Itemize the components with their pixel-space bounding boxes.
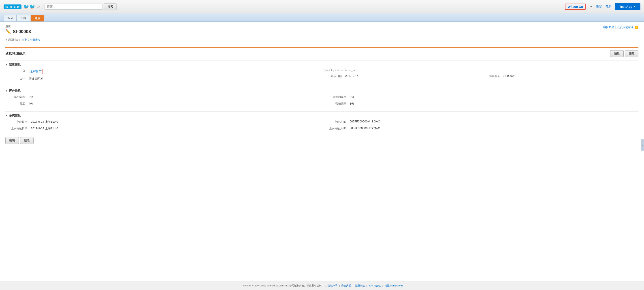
user-dropdown-arrow-icon[interactable]: ▼ — [590, 5, 592, 8]
marketing-mgmt-field-row: 营销管理 3分 — [322, 100, 639, 107]
version-badge: 17 — [37, 5, 40, 8]
modified-by-field-row: 上次修改人 ID 0057F000000HmirQAC — [322, 125, 639, 132]
system-info-subsection: ▼ 系统信息 创建日期 2017-9-14 上午11:40 上次修改日期 201… — [5, 112, 638, 135]
side-handle[interactable]: › — [641, 140, 644, 150]
collapse-triangle-system-icon: ▼ — [5, 114, 8, 117]
staff-label: 员工 — [7, 102, 25, 106]
rating-left-fields: 陈列管理 3分 员工 4分 — [5, 94, 322, 107]
xundian-left-fields: 门店 永辉超市 备注 店铺管理差 — [5, 67, 322, 82]
help-link[interactable]: 帮助 — [606, 5, 611, 9]
display-mgmt-label: 陈列管理 — [7, 95, 25, 99]
section-buttons: 编辑 删除 — [610, 50, 638, 57]
created-by-field-row: 创建人 ID 0057F000000HmirQAC — [322, 118, 639, 125]
modified-by-value: 0057F000000HmirQAC — [350, 127, 380, 130]
rating-info-header[interactable]: ▼ 评分信息 — [5, 87, 638, 94]
header: salesforce 🐦🐦 17 搜索 Wilson Xu ▼ 设置 帮助 Te… — [0, 0, 644, 13]
edit-button-top[interactable]: 编辑 — [610, 50, 624, 57]
url-value: http://blog.csdn.net/iteme_web — [324, 69, 357, 71]
notes-label: 备注 — [7, 77, 25, 81]
footer-separator-5: | — [382, 284, 383, 287]
modified-by-label: 上次修改人 ID — [324, 127, 346, 131]
modified-date-label: 上次修改日期 — [7, 127, 27, 131]
section-header: 巡店详细信息 编辑 删除 — [5, 48, 638, 59]
staff-value: 4分 — [29, 102, 33, 106]
page-content: 巡店 ✏️ SI-00003 编辑布局 | 此页面的帮助 ? « 返回列表： 自… — [0, 22, 644, 281]
store-field-row: 门店 永辉超市 — [5, 67, 322, 76]
delete-button-bottom[interactable]: 删除 — [20, 137, 34, 144]
footer-separator-1: | — [325, 284, 326, 287]
store-value[interactable]: 永辉超市 — [29, 69, 43, 74]
url-field-row: http://blog.csdn.net/iteme_web — [322, 67, 639, 73]
footer-security-link[interactable]: 安全声明 — [341, 284, 351, 287]
marketing-mgmt-label: 营销管理 — [324, 102, 346, 106]
xundian-info-subsection: ▼ 巡店信息 门店 永辉超市 备注 店铺管理差 — [5, 61, 638, 85]
delete-button-top[interactable]: 删除 — [625, 50, 638, 57]
visit-no-value: SI-00003 — [504, 74, 515, 78]
search-button[interactable]: 搜索 — [104, 3, 116, 10]
salesforce-logo: salesforce — [4, 4, 22, 9]
back-link[interactable]: 自定义对象定义 — [22, 38, 40, 41]
page-help-link[interactable]: 此页面的帮助 — [617, 25, 634, 29]
system-right-fields: 创建人 ID 0057F000000HmirQAC 上次修改人 ID 0057F… — [322, 118, 639, 132]
modified-date-value: 2017-9-14 上午11:40 — [31, 127, 58, 131]
rating-info-subsection: ▼ 评分信息 陈列管理 3分 员工 4分 销量和库存 — [5, 87, 638, 110]
created-date-value: 2017-9-14 上午11:40 — [31, 120, 58, 124]
tab-add-button[interactable]: + — [45, 15, 51, 21]
page-breadcrumb: 巡店 — [5, 24, 31, 28]
edit-button-bottom[interactable]: 编辑 — [5, 137, 19, 144]
footer: Copyright © 2000-2017 salesforce.com, in… — [0, 281, 644, 290]
visit-no-label: 巡店编号 — [482, 74, 500, 78]
sales-inventory-value: 3分 — [350, 95, 354, 99]
created-date-field-row: 创建日期 2017-9-14 上午11:40 — [5, 118, 322, 125]
system-info-title: 系统信息 — [9, 114, 20, 118]
tab-test[interactable]: Test — [4, 15, 16, 21]
notes-field-row: 备注 店铺管理差 — [5, 76, 322, 82]
rating-info-title: 评分信息 — [9, 89, 20, 93]
detail-section: 巡店详细信息 编辑 删除 ▼ 巡店信息 门店 永辉超市 备注 — [5, 47, 638, 148]
search-input[interactable] — [44, 3, 103, 9]
footer-separator-2: | — [339, 284, 340, 287]
footer-copyright: Copyright © 2000-2017 salesforce.com, in… — [241, 284, 324, 287]
visit-date-field-row: 巡店日期 2017-9-14 — [322, 73, 480, 80]
marketing-mgmt-value: 3分 — [350, 102, 354, 106]
staff-field-row: 员工 4分 — [5, 100, 322, 107]
footer-switch-link[interactable]: 转至 Salesforce1 — [385, 284, 403, 287]
footer-separator-3: | — [353, 284, 353, 287]
footer-terms-link[interactable]: 使用条款 — [355, 284, 365, 287]
edit-layout-link[interactable]: 编辑布局 — [603, 25, 614, 29]
tabs-bar: Test 门店 巡店 + — [0, 13, 644, 22]
app-name-label: Test App — [620, 5, 632, 8]
logo-area: salesforce 🐦🐦 17 — [4, 4, 40, 9]
visit-no-field-row: 巡店编号 SI-00003 — [480, 73, 638, 80]
visit-date-label: 巡店日期 — [324, 74, 342, 78]
bottom-buttons-area: 编辑 删除 — [5, 135, 638, 148]
page-header: 巡店 ✏️ SI-00003 编辑布局 | 此页面的帮助 ? — [0, 22, 644, 36]
created-by-value: 0057F000000HmirQAC — [350, 120, 380, 123]
xundian-right-fields: http://blog.csdn.net/iteme_web 巡店日期 2017… — [322, 67, 639, 82]
tab-xundian[interactable]: 巡店 — [31, 15, 44, 21]
sales-inventory-field-row: 销量和库存 3分 — [322, 94, 639, 100]
xundian-info-header[interactable]: ▼ 巡店信息 — [5, 61, 638, 67]
visit-date-value: 2017-9-14 — [345, 74, 358, 78]
settings-link[interactable]: 设置 — [596, 5, 602, 9]
search-area: 搜索 — [44, 3, 134, 10]
xundian-right-grid: 巡店日期 2017-9-14 巡店编号 SI-00003 — [322, 73, 639, 80]
sales-inventory-label: 销量和库存 — [324, 95, 346, 99]
tab-store[interactable]: 门店 — [17, 15, 30, 21]
created-date-label: 创建日期 — [7, 120, 27, 124]
system-info-header[interactable]: ▼ 系统信息 — [5, 112, 638, 118]
footer-privacy-link[interactable]: 隐私声明 — [328, 284, 338, 287]
system-left-fields: 创建日期 2017-9-14 上午11:40 上次修改日期 2017-9-14 … — [5, 118, 322, 132]
created-by-label: 创建人 ID — [324, 120, 346, 124]
store-label: 门店 — [7, 69, 25, 73]
app-button[interactable]: Test App ▼ — [615, 3, 640, 10]
xundian-info-title: 巡店信息 — [9, 63, 20, 67]
display-mgmt-value: 3分 — [29, 95, 33, 99]
footer-accessibility-link[interactable]: 508 符合性 — [368, 284, 381, 287]
back-prefix: « 返回列表： — [5, 38, 21, 41]
notes-value: 店铺管理差 — [29, 77, 43, 81]
header-right: Wilson Xu ▼ 设置 帮助 Test App ▼ — [565, 3, 640, 10]
separator-1: | — [615, 26, 616, 29]
page-title: SI-00003 — [13, 29, 31, 34]
user-name[interactable]: Wilson Xu — [565, 3, 586, 10]
